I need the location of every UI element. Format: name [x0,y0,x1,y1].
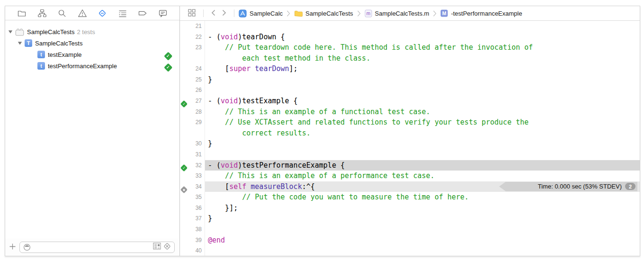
crumb-separator-icon [286,10,290,17]
test-passed-icon[interactable]: ✓ [165,63,171,71]
code-line[interactable]: 28 // This is an example of a functional… [180,107,640,117]
breadcrumb-label: SampleCalcTests.m [375,10,429,17]
related-items-button[interactable] [185,9,199,18]
code-line[interactable]: 23 // Put teardown code here. This metho… [180,42,640,53]
objc-file-icon: m [365,9,372,18]
navigator-filter-bar [5,238,179,256]
tree-row-test-bundle[interactable]: SampleCalcTests 2 tests [5,26,179,37]
line-number[interactable]: 21 [180,21,202,32]
code-editor[interactable]: 2122- (void)tearDown {23 // Put teardown… [180,21,640,256]
code-line[interactable]: 33 // This is an example of a performanc… [180,171,640,181]
breadcrumb-item[interactable]: SampleCalcTests [294,9,353,17]
failed-tests-filter-button[interactable] [163,242,171,252]
line-number[interactable]: 36 [180,203,202,214]
test-bundle-icon [15,28,24,36]
breakpoint-navigator-icon[interactable] [137,8,148,18]
scope-list-icon [153,243,161,252]
code-line[interactable]: 21 [180,21,640,32]
code-text: - (void)tearDown { [208,32,285,43]
add-test-target-button[interactable] [5,242,19,252]
line-number[interactable]: 35 [180,192,202,203]
tree-row-test-case[interactable]: t testPerformanceExample ✓ [5,60,179,72]
test-label: testPerformanceExample [48,63,117,70]
disclosure-triangle-icon[interactable] [18,41,22,45]
issue-navigator-icon[interactable] [77,8,88,18]
code-line[interactable]: 36 }]; [180,203,640,214]
report-navigator-icon[interactable] [158,8,168,18]
code-line[interactable]: 32✓- (void)testPerformanceExample { [180,160,640,171]
code-line[interactable]: 37} [180,213,640,224]
code-line[interactable]: 38 [180,224,640,235]
debug-navigator-icon[interactable] [117,8,128,18]
code-line[interactable]: correct results. [180,128,640,139]
filter-field[interactable] [19,242,175,253]
code-line[interactable]: 35 // Put the code you want to measure t… [180,192,640,203]
performance-count-pill[interactable]: 2 [625,183,635,190]
filter-input[interactable] [32,243,152,251]
code-line[interactable]: 27✓- (void)testExample { [180,96,640,107]
line-number[interactable]: 26 [180,85,202,96]
code-line[interactable]: 31 [180,149,640,160]
test-navigator-icon[interactable] [97,8,107,18]
line-number[interactable]: 23 [180,42,202,53]
code-text: // Put teardown code here. This method i… [208,42,533,53]
code-line[interactable]: 25} [180,74,640,85]
code-text: // This is an example of a performance t… [208,171,435,181]
breadcrumb-item[interactable]: SampleCalc [239,9,283,18]
line-number[interactable]: 31 [180,149,202,160]
forward-button[interactable] [219,9,230,18]
code-line[interactable]: 24 [super tearDown]; [180,63,640,74]
code-text: correct results. [208,128,311,139]
related-items-icon [188,9,196,18]
suite-badge: T [25,39,32,47]
code-text: each test method in the class. [208,53,370,64]
line-number[interactable]: 40 [180,245,202,256]
code-line[interactable]: 26 [180,85,640,96]
find-navigator-icon[interactable] [57,8,67,18]
line-number[interactable]: 24 [180,63,202,74]
breadcrumb: SampleCalcSampleCalcTestsmSampleCalcTest… [239,9,522,18]
code-line[interactable]: each test method in the class. [180,53,640,64]
code-line[interactable]: 29 // Use XCTAssert and related function… [180,117,640,128]
chevron-forward-icon [222,9,227,18]
code-line[interactable]: 39@end [180,235,640,246]
test-badge: t [37,51,45,58]
divider [203,9,204,17]
project-navigator-icon[interactable] [17,8,27,18]
line-number[interactable]: 22 [180,32,202,43]
line-number[interactable]: 33 [180,171,202,181]
code-line[interactable]: 22- (void)tearDown { [180,32,640,43]
tree-row-test-case[interactable]: t testExample ✓ [5,49,179,60]
code-line[interactable]: 40 [180,245,640,256]
code-text: @end [208,235,225,246]
code-text: } [208,213,212,224]
project-file-icon [239,9,247,18]
test-navigator-pane: SampleCalcTests 2 tests T SampleCalcTest… [5,6,180,256]
line-number[interactable]: 30 [180,138,202,149]
code-text: // This is an example of a functional te… [208,107,430,117]
run-test-gutter-icon[interactable] [181,184,187,192]
line-number[interactable]: 37 [180,213,202,224]
line-number[interactable]: 28 [180,107,202,117]
line-number[interactable]: 38 [180,224,202,235]
xcode-window: SampleCalcTests 2 tests T SampleCalcTest… [5,6,640,256]
line-number[interactable]: 39 [180,235,202,246]
code-text: }]; [208,203,238,214]
back-button[interactable] [208,9,219,18]
test-passed-gutter-icon[interactable]: ✓ [181,99,187,107]
tree-row-test-suite[interactable]: T SampleCalcTests [5,37,179,49]
disclosure-triangle-icon[interactable] [8,30,13,34]
line-number[interactable]: 29 [180,117,202,128]
breadcrumb-item[interactable]: M-testPerformanceExample [440,9,522,17]
code-line[interactable]: 30} [180,138,640,149]
svg-text:M: M [442,10,447,16]
symbol-navigator-icon[interactable] [37,8,47,18]
test-passed-gutter-icon[interactable]: ✓ [181,162,187,171]
performance-result-badge[interactable]: Time: 0.000 sec (53% STDEV)2 [499,182,637,191]
crumb-separator-icon [357,10,361,17]
test-passed-icon[interactable]: ✓ [165,52,171,59]
breadcrumb-item[interactable]: mSampleCalcTests.m [365,9,429,18]
code-line[interactable]: 34 [self measureBlock:^{Time: 0.000 sec … [180,181,640,192]
line-number[interactable]: 25 [180,74,202,85]
scope-list-filter-button[interactable] [153,243,161,252]
